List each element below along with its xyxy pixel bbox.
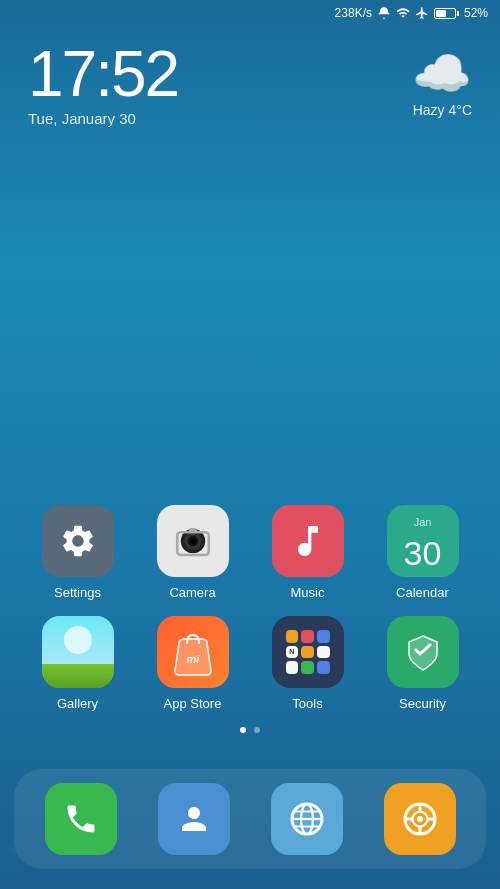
svg-point-3 [190,538,195,543]
music-label: Music [291,585,325,600]
app-settings[interactable]: Settings [28,505,128,600]
dock-contacts[interactable] [158,783,230,855]
appstore-bag-icon: mi [171,627,215,677]
dock [14,769,486,869]
battery-indicator [434,8,459,19]
camera-icon [172,520,214,562]
dot-2[interactable] [254,727,260,733]
app-calendar[interactable]: Jan 30 Calendar [373,505,473,600]
security-shield-icon [403,632,443,672]
tools-icon: N [278,622,338,682]
network-speed: 238K/s [335,6,372,20]
status-bar: 238K/s 52% [0,0,500,24]
app-tools[interactable]: N Tools [258,616,358,711]
browser-icon [289,801,325,837]
weather-icon: ☁️ [412,50,472,98]
contacts-icon [176,801,212,837]
tools-label: Tools [292,696,322,711]
app-camera[interactable]: Camera [143,505,243,600]
settings-gear-icon [59,522,97,560]
gallery-icon [42,616,114,688]
app-row-1: Settings Camera [20,505,480,600]
svg-text:mi: mi [186,653,200,665]
app-gallery[interactable]: Gallery [28,616,128,711]
date-display: Tue, January 30 [28,110,178,127]
airplane-icon [415,6,429,20]
app-grid: Settings Camera [0,505,500,749]
app-appstore[interactable]: mi App Store [143,616,243,711]
music-icon [288,521,328,561]
app-music[interactable]: Music [258,505,358,600]
svg-point-13 [417,816,423,822]
dock-browser[interactable] [271,783,343,855]
app-security[interactable]: Security [373,616,473,711]
wifi-icon [396,6,410,20]
weather-info: Hazy 4°C [412,102,472,118]
dot-1[interactable] [240,727,246,733]
dock-messages[interactable] [384,783,456,855]
camera-label: Camera [169,585,215,600]
calendar-date: 30 [404,536,442,570]
alarm-icon [377,6,391,20]
app-row-2: Gallery mi App Store N [20,616,480,711]
time-display: 17:52 [28,42,178,106]
clock: 17:52 Tue, January 30 [28,42,178,127]
settings-label: Settings [54,585,101,600]
appstore-label: App Store [164,696,222,711]
calendar-label: Calendar [396,585,449,600]
messages-icon [402,801,438,837]
gallery-label: Gallery [57,696,98,711]
weather-widget: ☁️ Hazy 4°C [412,50,472,118]
page-dots [20,727,480,733]
phone-icon [63,801,99,837]
security-label: Security [399,696,446,711]
battery-percent: 52% [464,6,488,20]
dock-phone[interactable] [45,783,117,855]
clock-weather-section: 17:52 Tue, January 30 ☁️ Hazy 4°C [0,24,500,127]
